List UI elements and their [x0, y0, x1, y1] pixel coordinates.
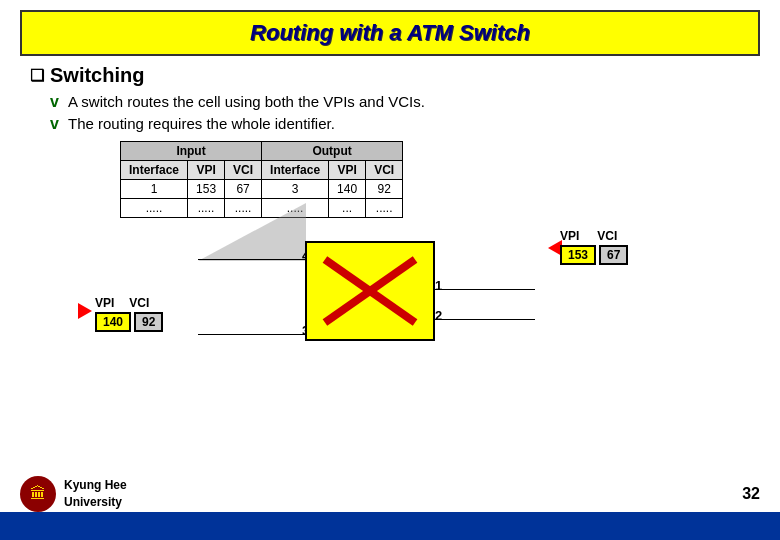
table-row-1: 1 153 67 3 140 92	[121, 180, 403, 199]
cell-1-5: 140	[329, 180, 366, 199]
vpi-vci-output-labels: VPI VCI	[560, 229, 628, 243]
title-bar: Routing with a ATM Switch	[20, 10, 760, 56]
vpi-vci-input-labels: VPI VCI	[95, 296, 163, 310]
university-name-line1: Kyung Hee	[64, 477, 127, 494]
cell-1-3: 67	[225, 180, 262, 199]
input-vci-label: VCI	[129, 296, 149, 310]
output-header: Output	[262, 142, 403, 161]
vpi-vci-output-group: VPI VCI 153 67	[560, 229, 628, 265]
input-vci-value: 92	[134, 312, 163, 332]
label-2: 2	[435, 308, 442, 323]
trapezoid-shadow	[198, 203, 306, 261]
col-vpi-out: VPI	[329, 161, 366, 180]
slide-title: Routing with a ATM Switch	[32, 20, 748, 46]
bottom-content: 🏛 Kyung Hee University 32	[0, 476, 780, 512]
atm-switch-box	[305, 241, 435, 341]
output-vci-value: 67	[599, 245, 628, 265]
input-vpi-value: 140	[95, 312, 131, 332]
content-area: Switching v A switch routes the cell usi…	[0, 64, 780, 133]
output-line-2	[435, 319, 535, 320]
diagram-area: Input Output Interface VPI VCI Interface…	[40, 141, 740, 411]
page-number: 32	[742, 485, 760, 503]
bullet-text-1: A switch routes the cell using both the …	[68, 93, 425, 110]
cell-1-4: 3	[262, 180, 329, 199]
col-interface-in: Interface	[121, 161, 188, 180]
label-1: 1	[435, 278, 442, 293]
cell-1-1: 1	[121, 180, 188, 199]
col-vpi-in: VPI	[188, 161, 225, 180]
input-vpi-label: VPI	[95, 296, 114, 310]
cell-2-1: .....	[121, 199, 188, 218]
col-vci-out: VCI	[366, 161, 403, 180]
university-logo-icon: 🏛	[20, 476, 56, 512]
bullet-icon-1: v	[50, 93, 64, 111]
bullet-1: v A switch routes the cell using both th…	[30, 93, 750, 111]
bullet-2: v The routing requires the whole identif…	[30, 115, 750, 133]
cell-2-6: .....	[366, 199, 403, 218]
cell-1-6: 92	[366, 180, 403, 199]
output-line-1	[435, 289, 535, 290]
input-line-3	[198, 334, 306, 335]
vpi-vci-input-values: 140 92	[95, 312, 163, 332]
section-header: Switching	[30, 64, 750, 87]
output-vpi-value: 153	[560, 245, 596, 265]
bullet-icon-2: v	[50, 115, 64, 133]
col-interface-out: Interface	[262, 161, 329, 180]
input-arrow	[78, 303, 92, 319]
output-vci-label: VCI	[597, 229, 617, 243]
input-header: Input	[121, 142, 262, 161]
vpi-vci-input-group: VPI VCI 140 92	[95, 296, 163, 332]
cell-1-2: 153	[188, 180, 225, 199]
cell-2-5: ...	[329, 199, 366, 218]
switch-x-shape	[320, 251, 420, 331]
input-line-4	[198, 259, 306, 260]
university-name-line2: University	[64, 494, 127, 511]
col-vci-in: VCI	[225, 161, 262, 180]
vpi-vci-output-values: 153 67	[560, 245, 628, 265]
university-name: Kyung Hee University	[64, 477, 127, 511]
section-title: Switching	[50, 64, 144, 87]
university-logo: 🏛 Kyung Hee University	[20, 476, 127, 512]
bullet-text-2: The routing requires the whole identifie…	[68, 115, 335, 132]
bottom-blue-bar	[0, 512, 780, 540]
output-vpi-label: VPI	[560, 229, 579, 243]
